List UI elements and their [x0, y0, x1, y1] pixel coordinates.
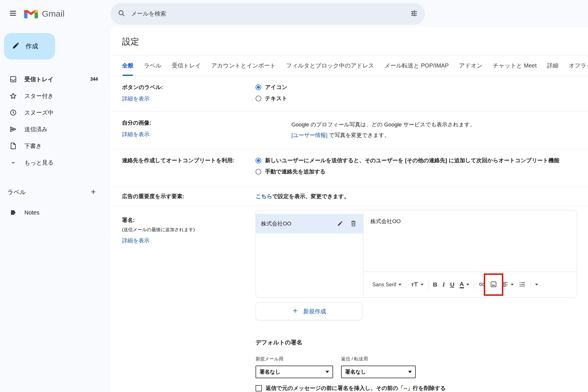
search-input[interactable] [131, 10, 406, 17]
bold-icon: B [433, 281, 437, 288]
user-info-link[interactable]: [ユーザー情報] [291, 132, 327, 138]
for-new-mail-label: 新規メール用 [256, 356, 341, 362]
here-link[interactable]: こちら [256, 193, 272, 199]
delete-signature-button[interactable] [348, 218, 359, 229]
underline-icon: U [450, 281, 454, 288]
font-size-icon [411, 281, 418, 288]
signature-toolbar: Sans Serif B [363, 272, 577, 297]
search-options-button[interactable] [406, 6, 422, 22]
label-tag-icon [9, 209, 17, 217]
tab-chat-meet[interactable]: チャットと Meet [493, 55, 537, 76]
sidebar-item-label: 受信トレイ [24, 76, 53, 83]
row-left: ボタンのラベル: 詳細を表示 [111, 76, 256, 111]
setting-label: ボタンのラベル: [122, 84, 256, 91]
sidebar-item-label: スヌーズ中 [24, 109, 53, 117]
create-new-signature-button[interactable]: 新規作成 [256, 302, 362, 320]
radio-option-auto[interactable]: 新しいユーザーにメールを送信すると、そのユーザーを [その他の連絡先] に追加し… [256, 157, 588, 164]
row-left: 自分の画像: 詳細を表示 [111, 112, 256, 149]
sidebar-item-more[interactable]: もっと見る [0, 154, 111, 171]
compose-button[interactable]: 作成 [4, 33, 55, 59]
sidebar-item-label: 下書き [24, 142, 42, 150]
radio-option-manual[interactable]: 手動で連絡先を追加する [256, 168, 588, 175]
sidebar-item-starred[interactable]: スター付き [0, 88, 111, 104]
tab-advanced[interactable]: 詳細 [547, 55, 558, 76]
sidebar-item-drafts[interactable]: 下書き [0, 138, 111, 154]
bold-button[interactable]: B [430, 278, 440, 291]
tab-label: チャットと Meet [493, 62, 537, 69]
sidebar-item-inbox[interactable]: 受信トレイ 344 [0, 71, 111, 88]
learn-more-link[interactable]: 詳細を表示 [122, 237, 149, 244]
tab-label: オフライン [569, 62, 588, 69]
pencil-icon [12, 42, 20, 51]
chevron-down-icon [408, 371, 412, 373]
radio-unselected[interactable] [256, 96, 261, 101]
font-family-value: Sans Serif [372, 282, 396, 288]
signature-list: 株式会社OO [256, 210, 363, 297]
reply-signature-select[interactable]: 署名なし [341, 366, 416, 378]
gmail-logo: Gmail [24, 8, 64, 20]
font-size-button[interactable] [408, 278, 426, 291]
inbox-icon [9, 76, 17, 83]
font-family-button[interactable]: Sans Serif [370, 278, 404, 291]
learn-more-link[interactable]: 詳細を表示 [122, 131, 149, 138]
learn-more-link[interactable]: 詳細を表示 [122, 95, 149, 103]
signature-list-item[interactable]: 株式会社OO [256, 214, 363, 233]
more-formatting-button[interactable] [533, 278, 541, 291]
tune-icon [410, 9, 418, 18]
row-right: 株式会社OO [256, 206, 588, 392]
tab-inbox[interactable]: 受信トレイ [172, 55, 201, 76]
text-color-button[interactable]: A [457, 278, 472, 291]
row-left: 連絡先を作成してオートコンプリートを利用: [111, 149, 256, 187]
setting-label: 連絡先を作成してオートコンプリートを利用: [122, 157, 256, 164]
radio-option-text[interactable]: テキスト [256, 95, 588, 102]
italic-button[interactable]: I [440, 278, 447, 291]
plus-icon [292, 307, 299, 316]
tab-label: ラベル [144, 62, 161, 69]
radio-selected[interactable] [256, 84, 261, 90]
underline-button[interactable]: U [447, 278, 457, 291]
tab-accounts-import[interactable]: アカウントとインポート [211, 55, 276, 76]
tab-labels[interactable]: ラベル [144, 55, 161, 76]
create-label-button[interactable] [87, 186, 100, 198]
reply-signature-option: 返信で元のメッセージの前に署名を挿入し、その前の「--」行を削除する [256, 385, 577, 392]
radio-unselected[interactable] [256, 169, 261, 175]
for-reply-label: 返信 / 転送用 [341, 356, 368, 362]
tab-offline[interactable]: オフライン [569, 55, 588, 76]
row-right: こちらで設定を表示、変更できます。 [256, 187, 588, 206]
tab-label: 詳細 [547, 62, 558, 69]
signature-name: 株式会社OO [261, 220, 333, 227]
star-icon [9, 92, 17, 100]
gmail-m-icon [24, 8, 38, 20]
tab-addons[interactable]: アドオン [459, 55, 483, 76]
tab-label: アカウントとインポート [211, 62, 276, 69]
tab-label: メール転送と POP/IMAP [384, 62, 449, 69]
tab-general[interactable]: 全般 [122, 55, 134, 76]
tab-label: アドオン [459, 62, 483, 69]
setting-row-ads: 広告の重要度を示す要素: こちらで設定を表示、変更できます。 [111, 187, 588, 206]
setting-label: 自分の画像: [122, 119, 256, 127]
chevron-down-icon [421, 284, 423, 285]
edit-signature-button[interactable] [334, 218, 346, 229]
tab-forwarding-pop-imap[interactable]: メール転送と POP/IMAP [384, 55, 449, 76]
radio-selected[interactable] [256, 158, 261, 163]
ordered-list-button[interactable] [516, 278, 528, 291]
new-mail-signature-select[interactable]: 署名なし [256, 366, 333, 378]
description-line-2: [ユーザー情報] で写真を変更できます。 [291, 130, 588, 140]
send-icon [9, 125, 17, 133]
checkbox-unchecked[interactable] [256, 385, 262, 391]
description-line-2-rest: で写真を変更できます。 [327, 132, 390, 138]
signature-editor[interactable]: 株式会社OO Sans Serif [363, 210, 577, 297]
tab-label: フィルタとブロック中のアドレス [286, 62, 374, 69]
sidebar-item-sent[interactable]: 送信済み [0, 121, 111, 138]
text-color-icon: A [460, 281, 464, 288]
tab-filters-blocked[interactable]: フィルタとブロック中のアドレス [286, 55, 374, 76]
sidebar-label-notes[interactable]: Notes [0, 204, 111, 221]
sidebar-item-snoozed[interactable]: スヌーズ中 [0, 104, 111, 121]
search-button[interactable] [113, 6, 129, 22]
radio-option-icon[interactable]: アイコン [256, 84, 588, 91]
setting-row-signature: 署名: (送信メールの最後に追加されます) 詳細を表示 株式会社OO [111, 206, 588, 392]
main-menu-button[interactable] [6, 7, 20, 21]
setting-row-my-picture: 自分の画像: 詳細を表示 Google のプロフィール写真は、どの Google… [111, 112, 588, 149]
signature-defaults-title: デフォルトの署名 [256, 339, 577, 346]
chevron-down-icon [9, 159, 17, 167]
